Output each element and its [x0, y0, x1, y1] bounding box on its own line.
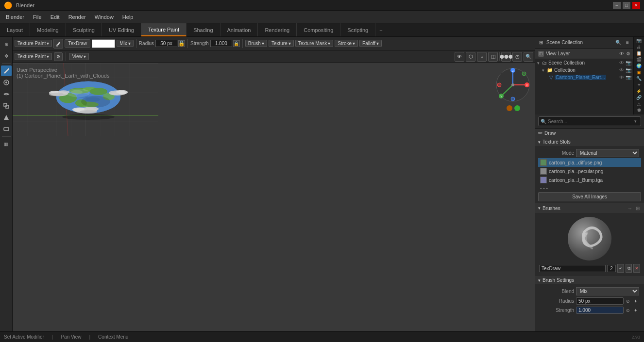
title-bar-controls[interactable]: – □ ✕ [613, 2, 640, 9]
texture-slot-expand[interactable]: • • • [538, 184, 641, 192]
search-input[interactable] [548, 119, 630, 124]
radius-pressure-icon[interactable]: ✦ [632, 298, 639, 305]
brush-settings-header[interactable]: ▾ Brush Settings [535, 276, 644, 284]
texture-slot-specular[interactable]: cartoon_pla...pecular.png [538, 167, 641, 176]
mode-select[interactable]: Material [576, 149, 639, 157]
tab-animation[interactable]: Animation [220, 23, 258, 36]
vp-icon3[interactable]: 🔍 [524, 52, 533, 62]
maximize-button[interactable]: □ [623, 2, 630, 9]
scene-collection-item[interactable]: ▾ 🗂 Scene Collection 👁 📷 [535, 59, 633, 66]
tool-cursor2[interactable]: ✥ [1, 50, 12, 61]
prop-world-icon[interactable]: 🌍 [635, 64, 644, 68]
tab-rendering[interactable]: Rendering [258, 23, 297, 36]
viewport-3d[interactable]: User Perspective (1) Cartoon_Planet_Eart… [13, 63, 535, 331]
prop-material-icon[interactable]: ⬟ [635, 108, 644, 113]
texture-slot-diffuse[interactable]: cartoon_pla...diffuse.png [538, 158, 641, 167]
radius-brush-size-icon[interactable]: ⊙ [625, 298, 631, 305]
outliner-filter-icon[interactable]: ≡ [624, 39, 631, 47]
menu-window[interactable]: Window [91, 13, 118, 21]
scene-eye-icon[interactable]: 👁 [619, 60, 624, 65]
tab-shading[interactable]: Shading [186, 23, 220, 36]
gizmo-light-btn[interactable] [507, 105, 512, 111]
earth-cam-icon[interactable]: 📷 [626, 75, 631, 80]
earth-eye-icon[interactable]: 👁 [619, 75, 624, 80]
falloff-dropdown[interactable]: Falloff ▾ [359, 40, 382, 47]
prop-data-icon[interactable]: △ [635, 101, 644, 106]
menu-help[interactable]: Help [119, 13, 137, 21]
tool-cursor[interactable]: ⊕ [1, 39, 12, 49]
prop-physics-icon[interactable]: ⚡ [635, 89, 644, 94]
shading-mode-btn[interactable]: ⬡ [466, 52, 475, 62]
radius-value-field[interactable]: 50 px [576, 297, 624, 305]
prop-view-icon[interactable]: 📋 [635, 51, 644, 56]
gizmo-env-btn[interactable] [514, 105, 520, 111]
brush-delete-btn[interactable]: ✕ [633, 264, 640, 273]
brushes-section-header[interactable]: ▾ Brushes ↔ ⊞ [535, 203, 644, 213]
radius-lock-icon[interactable]: 🔒 [178, 40, 185, 47]
brush-icon-btn[interactable] [53, 39, 63, 49]
texture-slot-bump[interactable]: cartoon_pla...l_Bump.tga [538, 176, 641, 184]
menu-blender[interactable]: Blender [2, 13, 28, 21]
collection-eye-icon[interactable]: 👁 [619, 67, 624, 73]
brush-name-display[interactable]: TexDraw [65, 39, 90, 48]
render-mode-btn[interactable]: 👁 [455, 52, 464, 62]
brush-name-input[interactable] [539, 265, 606, 272]
texture-mask-dropdown[interactable]: Texture Mask ▾ [295, 40, 333, 47]
tool-clone[interactable] [1, 100, 12, 111]
close-button[interactable]: ✕ [632, 2, 640, 9]
strength-lock-icon[interactable]: 🔒 [233, 40, 240, 47]
tab-modeling[interactable]: Modeling [30, 23, 66, 36]
tool-smear[interactable] [1, 89, 12, 99]
strength-value-field[interactable]: 1.000 [576, 307, 624, 314]
brushes-expand-btn[interactable]: ↔ [627, 205, 633, 212]
menu-file[interactable]: File [29, 13, 46, 21]
tab-scripting[interactable]: Scripting [340, 23, 375, 36]
view-layer-cam-icon[interactable]: ⚙ [626, 51, 630, 56]
scene-cam-icon[interactable]: 📷 [626, 60, 631, 65]
save-all-images-button[interactable]: Save All Images [538, 192, 641, 201]
viewport-gizmo[interactable]: Z X Y [495, 67, 531, 103]
texture-slots-header[interactable]: ▾ Texture Slots [535, 138, 644, 146]
tool-mask[interactable] [1, 124, 12, 134]
tab-texture-paint[interactable]: Texture Paint [141, 23, 186, 36]
minimize-button[interactable]: – [613, 2, 621, 9]
add-workspace-button[interactable]: + [375, 25, 386, 35]
color-swatch[interactable] [92, 39, 115, 48]
texture-dropdown[interactable]: Texture ▾ [269, 40, 294, 47]
menu-render[interactable]: Render [65, 13, 90, 21]
menu-edit[interactable]: Edit [47, 13, 64, 21]
view-btn[interactable]: View ▾ [69, 53, 89, 60]
stroke-dropdown[interactable]: Stroke ▾ [335, 40, 358, 47]
collection-cam-icon[interactable]: 📷 [626, 67, 631, 73]
strength-icon1[interactable]: ⊙ [625, 307, 631, 314]
prop-particles-icon[interactable]: ✦ [635, 82, 644, 87]
outliner-icon1[interactable]: ⊞ [537, 39, 545, 47]
tool-soften[interactable] [1, 77, 12, 88]
tab-sculpting[interactable]: Sculpting [66, 23, 102, 36]
outliner-search-icon[interactable]: 🔍 [614, 39, 622, 47]
blend-mode-dropdown[interactable]: Mix ▾ [117, 40, 134, 47]
prop-modifier-icon[interactable]: 🔧 [635, 76, 644, 81]
xray-btn[interactable]: ◫ [488, 52, 498, 62]
radius-input[interactable] [155, 40, 177, 47]
collection-item[interactable]: ▾ 📁 Collection 👁 📷 [540, 66, 633, 74]
tool-gradient[interactable]: ▦ [1, 139, 12, 149]
prop-render-icon[interactable]: 📷 [635, 38, 644, 43]
strength-input[interactable] [210, 40, 232, 47]
draw-section-header[interactable]: ✏ Draw [535, 129, 644, 138]
search-expand-icon[interactable]: ▾ [632, 118, 639, 125]
tab-compositing[interactable]: Compositing [297, 23, 340, 36]
vp-icon1[interactable]: ⬤⬤⬤ [501, 52, 511, 62]
view-layer-eye-icon[interactable]: 👁 [619, 51, 624, 56]
tab-layout[interactable]: Layout [0, 23, 30, 36]
prop-object-icon[interactable]: ▣ [635, 70, 644, 75]
prop-output-icon[interactable]: 🖨 [635, 45, 644, 49]
tp-options-btn[interactable]: ⚙ [54, 52, 63, 61]
tool-fill[interactable] [1, 112, 12, 123]
prop-constraints-icon[interactable]: 🔗 [635, 95, 644, 100]
brushes-add-btn[interactable]: ⊞ [634, 205, 641, 212]
brush-check-btn[interactable]: ✓ [617, 264, 624, 273]
strength-icon2[interactable]: ✦ [632, 307, 639, 314]
mode-dropdown[interactable]: Texture Paint ▾ [15, 40, 52, 47]
blend-select[interactable]: Mix [576, 287, 639, 295]
